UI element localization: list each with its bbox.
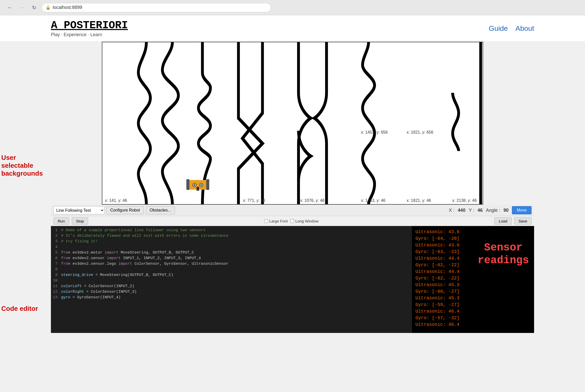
coord-label-5: x: 1821, y: 46 bbox=[407, 198, 431, 203]
x-value: 440 bbox=[456, 208, 467, 213]
coord-label-1: x: 141, y: 46 bbox=[105, 198, 127, 203]
sensor-reading-line: Gyro: [-64, -20] bbox=[415, 235, 531, 242]
long-window-checkbox[interactable] bbox=[290, 219, 294, 223]
sensor-reading-line: Ultrasonic: 44.4 bbox=[415, 268, 531, 275]
angle-value: 90 bbox=[502, 208, 510, 213]
page-header: A POSTERIORI Play · Experience · Learn G… bbox=[0, 15, 585, 42]
sensor-reading-line: Ultrasonic: 46.4 bbox=[415, 321, 531, 328]
site-title: A POSTERIORI bbox=[51, 19, 128, 32]
code-line: 13gyro = GyroSensor(INPUT_4) bbox=[51, 295, 412, 300]
bottom-split: Code editor 1# Demo of a simple proporti… bbox=[51, 226, 534, 333]
user-selectable-label: User selectablebackgrounds bbox=[1, 154, 50, 178]
sensor-reading-line: Gyro: [-60, -27] bbox=[415, 288, 531, 295]
svg-point-7 bbox=[200, 184, 202, 186]
code-line: 2# It's deliberately flawed and will exi… bbox=[51, 233, 412, 239]
code-line: 3# try fixing it! bbox=[51, 239, 412, 244]
y-value: 46 bbox=[476, 208, 484, 213]
code-line: 9steering_drive = MoveSteering(OUTPUT_B,… bbox=[51, 272, 412, 278]
obstacles-button[interactable]: Obstacles... bbox=[146, 206, 175, 214]
url-text: localhost:8899 bbox=[53, 5, 82, 10]
code-line: 5from ev3dev2.motor import MoveSteering,… bbox=[51, 250, 412, 256]
sensor-panel: Ultrasonic: 43.6Gyro: [-64, -20]Ultrason… bbox=[412, 226, 534, 333]
header-nav: Guide About bbox=[489, 24, 534, 33]
coord-label-3: x: 1076, y: 46 bbox=[300, 198, 325, 203]
code-line: 6from ev3dev2.sensor import INPUT_1, INP… bbox=[51, 256, 412, 261]
stop-button[interactable]: Stop bbox=[72, 217, 88, 225]
load-button[interactable]: Load bbox=[494, 217, 511, 225]
save-button[interactable]: Save bbox=[514, 217, 532, 225]
guide-link[interactable]: Guide bbox=[489, 24, 508, 33]
code-line: 11colorLeft = ColorSensor(INPUT_2) bbox=[51, 284, 412, 289]
site-subtitle: Play · Experience · Learn bbox=[51, 32, 128, 37]
coord-label-4: x: 1453, y: 46 bbox=[361, 198, 385, 203]
code-line: 12colorRight = ColorSensor(INPUT_3) bbox=[51, 289, 412, 295]
about-link[interactable]: About bbox=[516, 24, 534, 33]
address-bar: 🔒 localhost:8899 bbox=[42, 3, 271, 12]
track-select[interactable]: Line Following TestSimple TrackMaze bbox=[53, 206, 104, 214]
sensor-reading-line: Gyro: [-59, -27] bbox=[415, 301, 531, 308]
y-label: Y : bbox=[469, 208, 474, 213]
large-font-checkbox-label[interactable]: Large Font bbox=[264, 219, 288, 223]
site-branding: A POSTERIORI Play · Experience · Learn bbox=[51, 19, 128, 37]
x-label: X : bbox=[449, 208, 454, 213]
code-line: 10 bbox=[51, 278, 412, 284]
svg-rect-3 bbox=[206, 179, 209, 190]
svg-rect-0 bbox=[102, 42, 483, 204]
lock-icon: 🔒 bbox=[46, 5, 51, 10]
sensor-reading-line: Gyro: [-57, -32] bbox=[415, 315, 531, 321]
long-window-checkbox-label[interactable]: Long Window bbox=[290, 219, 318, 223]
coord-label-2: x: 771, y: 46 bbox=[243, 198, 265, 203]
refresh-button[interactable]: ↻ bbox=[30, 3, 39, 12]
coord-label-7: x: 1453, y: 656 bbox=[361, 130, 388, 135]
sensor-reading-line: Ultrasonic: 45.3 bbox=[415, 282, 531, 288]
code-line: 4 bbox=[51, 244, 412, 250]
track-svg bbox=[102, 42, 483, 204]
sensor-reading-line: Ultrasonic: 46.4 bbox=[415, 308, 531, 315]
robot-sprite bbox=[186, 178, 209, 192]
code-line: 8 bbox=[51, 267, 412, 272]
svg-point-5 bbox=[194, 184, 195, 186]
coord-label-6: x: 2138, y: 46 bbox=[452, 198, 477, 203]
sensor-reading-line: Gyro: [-62, -22] bbox=[415, 275, 531, 282]
simulation-area[interactable]: x: 141, y: 46 x: 771, y: 46 x: 1076, y: … bbox=[102, 42, 483, 205]
large-font-label: Large Font bbox=[269, 219, 288, 223]
svg-rect-8 bbox=[197, 187, 199, 191]
sensor-reading-line: Ultrasonic: 45.3 bbox=[415, 295, 531, 301]
code-editor-wrap[interactable]: 1# Demo of a simple proportional line fo… bbox=[51, 226, 412, 333]
configure-robot-button[interactable]: Configure Robot bbox=[106, 206, 144, 214]
toolbar-row: Line Following TestSimple TrackMaze Conf… bbox=[51, 205, 534, 216]
run-row: Run Stop Large Font Long Window Load Sav… bbox=[51, 216, 534, 226]
svg-rect-2 bbox=[186, 179, 189, 190]
run-button[interactable]: Run bbox=[53, 217, 69, 225]
coord-label-8: x: 1821, y: 656 bbox=[407, 130, 433, 135]
code-line: 7from ev3dev2.sensor.lego import ColorSe… bbox=[51, 261, 412, 267]
browser-chrome: ← → ↻ 🔒 localhost:8899 bbox=[0, 0, 585, 15]
large-font-checkbox[interactable] bbox=[264, 219, 268, 223]
angle-label: Angle : bbox=[486, 208, 500, 213]
move-button[interactable]: Move bbox=[512, 206, 532, 214]
long-window-label: Long Window bbox=[295, 219, 318, 223]
position-display: X : 440 Y : 46 Angle : 90 Move bbox=[449, 206, 532, 214]
forward-button[interactable]: → bbox=[17, 3, 26, 12]
code-editor[interactable]: 1# Demo of a simple proportional line fo… bbox=[51, 226, 412, 333]
sensor-reading-line: Ultrasonic: 43.6 bbox=[415, 229, 531, 235]
back-button[interactable]: ← bbox=[5, 3, 14, 12]
code-line: 1# Demo of a simple proportional line fo… bbox=[51, 228, 412, 233]
code-editor-label: Code editor bbox=[1, 305, 50, 313]
sensor-readings-overlay: Sensorreadings bbox=[478, 241, 529, 267]
